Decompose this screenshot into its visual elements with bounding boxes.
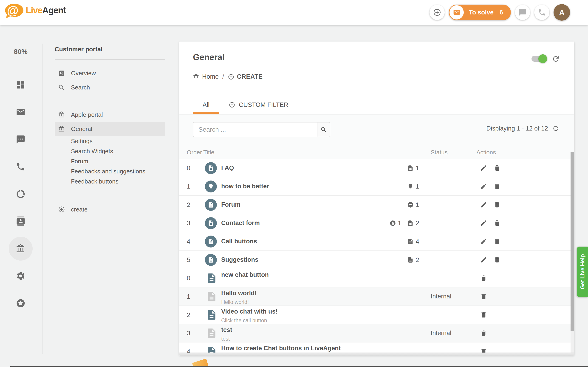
nav-item-overview[interactable]: Overview: [55, 66, 165, 80]
table-row[interactable]: 4Call buttons4: [179, 232, 571, 251]
row-title-link[interactable]: FAQ: [221, 165, 234, 172]
delete-trash-icon[interactable]: [493, 238, 501, 245]
row-title-link[interactable]: Call buttons: [221, 238, 257, 245]
delete-trash-icon[interactable]: [480, 330, 487, 337]
get-live-help-button[interactable]: Get Live Help: [577, 247, 588, 297]
table-row[interactable]: 3testtestInternal: [179, 324, 571, 342]
row-title-link[interactable]: Forum: [221, 201, 241, 208]
lightbulb-icon: [208, 183, 214, 190]
edit-pencil-icon[interactable]: [480, 219, 487, 227]
rail-item-customers[interactable]: [0, 208, 41, 235]
liveagent-logo[interactable]: @ LiveAgent: [5, 4, 66, 17]
delete-trash-icon[interactable]: [480, 311, 487, 318]
edit-pencil-icon[interactable]: [480, 183, 487, 190]
rail-item-customer-portal[interactable]: [0, 235, 41, 262]
edit-pencil-icon[interactable]: [480, 238, 487, 245]
delete-trash-icon[interactable]: [493, 165, 501, 172]
delete-trash-icon[interactable]: [493, 219, 501, 227]
column-title: Title: [203, 149, 214, 156]
search-button[interactable]: [317, 122, 330, 137]
to-solve-button[interactable]: To solve 6: [449, 5, 511, 20]
table-row[interactable]: 1how to be better1: [179, 177, 571, 196]
nav-item-forum[interactable]: Forum: [55, 156, 165, 166]
edit-pencil-icon[interactable]: [480, 165, 487, 172]
calls-button[interactable]: [534, 5, 549, 20]
table-row[interactable]: 0new chat button: [179, 269, 571, 287]
row-title-link[interactable]: Contact form: [221, 219, 260, 227]
horizontal-scrollbar[interactable]: [179, 352, 574, 356]
rail-item-configuration[interactable]: [0, 262, 41, 290]
chats-button[interactable]: [515, 5, 530, 20]
tab-plus-icon: [229, 102, 235, 108]
row-title-box: testtest: [221, 324, 232, 342]
edit-pencil-icon[interactable]: [480, 256, 487, 263]
row-actions: [480, 251, 501, 269]
row-actions: [480, 287, 487, 306]
rail-item-chats[interactable]: [0, 126, 41, 153]
delete-trash-icon[interactable]: [480, 293, 487, 300]
row-title-box: new chat button: [221, 269, 269, 287]
row-type-badge: [205, 236, 217, 248]
rail-item-tickets[interactable]: [0, 98, 41, 126]
row-title-link[interactable]: how to be better: [221, 183, 269, 190]
table-row[interactable]: 2Video chat with us!Click the call butto…: [179, 306, 571, 324]
user-avatar[interactable]: A: [553, 4, 570, 21]
row-title-link[interactable]: How to create Chat buttons in LiveAgent: [221, 345, 341, 352]
portal-enabled-toggle[interactable]: [531, 56, 546, 62]
row-title-link[interactable]: Suggestions: [221, 256, 258, 263]
table-row[interactable]: 3Contact form12: [179, 214, 571, 232]
icon-rail: 80%: [0, 25, 41, 367]
get-live-help-label: Get Live Help: [579, 254, 586, 289]
document-icon: [208, 238, 214, 245]
row-order: 3: [187, 214, 190, 232]
delete-trash-icon[interactable]: [493, 256, 501, 263]
nav-divider: [55, 59, 165, 60]
rail-item-reports[interactable]: [0, 180, 41, 208]
rail-item-upgrade[interactable]: [0, 290, 41, 317]
filter-tabs: AllCUSTOM FILTER: [193, 96, 298, 114]
tab-custom-filter[interactable]: CUSTOM FILTER: [219, 96, 298, 114]
row-title-link[interactable]: new chat button: [221, 271, 269, 278]
to-solve-count: 6: [500, 9, 503, 16]
nav-item-general[interactable]: General: [55, 122, 165, 136]
refresh-icon[interactable]: [552, 55, 560, 63]
nav-item-create[interactable]: create: [55, 202, 165, 217]
nav-item-search-widgets[interactable]: Search Widgets: [55, 146, 165, 156]
count-bulb: 1: [407, 183, 419, 190]
delete-trash-icon[interactable]: [480, 275, 487, 282]
nav-item-feedbacks-and-suggestions[interactable]: Feedbacks and suggestions: [55, 166, 165, 176]
vertical-scrollbar[interactable]: [571, 152, 574, 352]
create-plus-icon: [228, 74, 234, 80]
phone-icon: [538, 8, 546, 17]
nav-item-feedback-buttons[interactable]: Feedback buttons: [55, 176, 165, 186]
list-refresh-icon[interactable]: [552, 125, 560, 132]
row-title-link[interactable]: test: [221, 326, 232, 334]
nav-item-settings[interactable]: Settings: [55, 136, 165, 146]
delete-trash-icon[interactable]: [493, 183, 501, 190]
delete-trash-icon[interactable]: [493, 201, 501, 208]
rail-item-calls[interactable]: [0, 153, 41, 180]
row-order: 1: [187, 287, 190, 306]
table-row[interactable]: 2Forum1: [179, 196, 571, 214]
breadcrumb-home[interactable]: Home: [202, 73, 219, 80]
table-row[interactable]: 1Hello world!Hello world!Internal: [179, 287, 571, 306]
nav-item-apple-portal[interactable]: Apple portal: [55, 108, 165, 122]
document-icon: [208, 220, 214, 226]
chat-circle-icon: [407, 202, 414, 208]
add-new-button[interactable]: [430, 5, 445, 20]
table-row[interactable]: 0FAQ1: [179, 159, 571, 177]
row-title-link[interactable]: Hello world!: [221, 290, 257, 297]
breadcrumb-create[interactable]: CREATE: [237, 73, 263, 80]
search-input[interactable]: [193, 122, 317, 137]
scrollbar-thumb[interactable]: [571, 152, 574, 331]
topbar: @ LiveAgent To solve 6 A: [0, 0, 588, 25]
magnifier-icon: [58, 84, 65, 91]
edit-pencil-icon[interactable]: [480, 201, 487, 208]
row-title-link[interactable]: Video chat with us!: [221, 308, 278, 315]
tab-all[interactable]: All: [193, 96, 219, 114]
nav-item-search[interactable]: Search: [55, 80, 165, 94]
nav-item-label: Search Widgets: [71, 148, 113, 155]
rail-item-dashboard[interactable]: [0, 71, 41, 98]
article-sheet-icon: [206, 272, 217, 285]
table-row[interactable]: 5Suggestions2: [179, 251, 571, 269]
